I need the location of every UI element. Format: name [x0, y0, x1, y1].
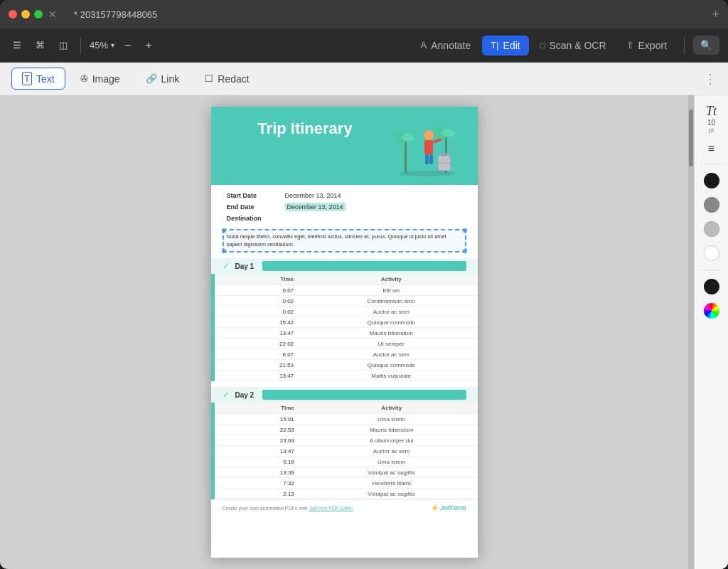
- edit-button[interactable]: T| Edit: [482, 36, 528, 55]
- resize-handle-tr[interactable]: [463, 228, 467, 233]
- link-tool-icon: 🔗: [146, 73, 157, 84]
- color-swatch-black-2[interactable]: [704, 279, 719, 294]
- minimize-button[interactable]: [21, 10, 30, 18]
- redact-tool-icon: ☐: [205, 73, 213, 84]
- activity-cell: A ullamcorper dui: [306, 435, 478, 446]
- resize-handle-br[interactable]: [463, 249, 467, 253]
- redact-tool-label: Redact: [218, 73, 249, 85]
- chevron-down-icon: ▾: [111, 41, 114, 49]
- resize-handle-bl[interactable]: [222, 249, 226, 253]
- scan-icon: □: [540, 41, 545, 50]
- color-swatch-black[interactable]: [704, 173, 719, 188]
- table-row: 15:42Quisque commodo: [215, 317, 477, 328]
- time-cell: 0:16: [215, 457, 305, 467]
- text-align-button[interactable]: ≡: [708, 142, 714, 155]
- panel-separator-2: [700, 270, 723, 270]
- activity-cell: Mauris bibendum: [306, 425, 478, 435]
- separator-1: [80, 37, 81, 54]
- text-tool-label: Text: [36, 73, 55, 85]
- scrollbar-track[interactable]: [688, 95, 694, 569]
- main-toolbar: ☰ ⌘ ◫ 45% ▾ − + A Annotate T| Edit □: [0, 28, 728, 63]
- image-tool-label: Image: [92, 73, 120, 85]
- text-edit-content: Nulla neque libero, convallis eget, elei…: [227, 233, 446, 248]
- activity-cell: Uma lorem: [306, 414, 478, 425]
- sidebar-toggle-button[interactable]: ☰: [9, 37, 26, 53]
- font-size-unit: pt: [709, 127, 714, 134]
- font-size-control: Tt 10 pt: [706, 104, 717, 134]
- table-row: 23:04A ullamcorper dui: [215, 435, 477, 446]
- time-cell: 15:01: [215, 414, 305, 425]
- end-date-label: End Date: [224, 202, 281, 212]
- annotate-button[interactable]: A Annotate: [412, 36, 480, 55]
- zoom-in-button[interactable]: +: [141, 38, 156, 53]
- export-label: Export: [638, 40, 667, 51]
- day2-activity-col: Activity: [306, 403, 478, 414]
- text-tool-button[interactable]: T Text: [11, 68, 65, 90]
- activity-cell: Volutpat ac sagittis: [306, 467, 478, 478]
- scrollbar-thumb[interactable]: [689, 110, 693, 166]
- time-cell: 15:42: [215, 317, 305, 328]
- table-row: 0:02Condimentum arcu: [215, 296, 477, 307]
- time-cell: 13:47: [215, 371, 305, 381]
- activity-cell: Uma lorem: [306, 457, 478, 467]
- day1-content: Time Activity 6:07Elit vel0:02Condimentu…: [211, 274, 478, 381]
- text-edit-box[interactable]: Nulla neque libero, convallis eget, elei…: [223, 229, 466, 252]
- start-date-label: Start Date: [224, 191, 281, 201]
- scan-ocr-button[interactable]: □ Scan & OCR: [532, 36, 615, 55]
- svg-rect-9: [424, 140, 433, 154]
- svg-rect-10: [425, 154, 429, 164]
- time-cell: 7:32: [215, 478, 305, 489]
- pdf-title: Trip Itinerary: [223, 119, 388, 138]
- day1-activity-col: Activity: [305, 274, 477, 285]
- day1-table-body: 6:07Elit vel0:02Condimentum arcu0:02Auct…: [215, 285, 477, 381]
- zoom-out-button[interactable]: −: [120, 38, 135, 53]
- time-cell: 2:13: [215, 489, 305, 499]
- link-tool-label: Link: [161, 73, 180, 85]
- link-tool-button[interactable]: 🔗 Link: [135, 69, 191, 89]
- search-button[interactable]: 🔍: [693, 36, 719, 55]
- time-cell: 0:02: [215, 296, 305, 307]
- activity-cell: Hendrerit libero: [306, 478, 478, 489]
- end-date-row: End Date December 13, 2014: [224, 202, 465, 212]
- activity-cell: Ut semper: [305, 339, 477, 349]
- color-swatch-light-gray[interactable]: [704, 221, 719, 237]
- color-picker-button[interactable]: [704, 303, 719, 319]
- end-date-highlight: December 13, 2014: [285, 203, 346, 211]
- table-row: 15:01Uma lorem: [215, 414, 477, 425]
- grid-view-button[interactable]: ⌘: [31, 37, 49, 53]
- color-swatch-gray[interactable]: [704, 197, 719, 213]
- pdf-viewer[interactable]: Trip Itinerary: [0, 95, 688, 569]
- activity-cell: Quisque commodo: [305, 317, 477, 328]
- day2-header: ✓ Day 2: [211, 387, 478, 403]
- zoom-control: 45% ▾: [90, 40, 114, 50]
- jotform-link[interactable]: JotForm PDF Editor: [309, 506, 353, 511]
- table-row: 13:47Mauris bibendum: [215, 328, 477, 339]
- tab-title: * 203157798448065: [74, 9, 703, 20]
- new-tab-button[interactable]: +: [712, 7, 719, 22]
- day2-header-row: Time Activity: [215, 403, 477, 414]
- start-date-value: December 13, 2014: [282, 191, 465, 201]
- export-button[interactable]: ⇧ Export: [618, 36, 675, 55]
- redact-tool-button[interactable]: ☐ Redact: [194, 69, 259, 89]
- color-swatch-white[interactable]: [704, 245, 719, 261]
- info-table: Start Date December 13, 2014 End Date De…: [223, 189, 466, 225]
- image-tool-button[interactable]: ✇ Image: [70, 69, 131, 89]
- day1-section: ✓ Day 1 Time Activity: [211, 258, 478, 381]
- resize-handle-tl[interactable]: [222, 228, 226, 233]
- tab-close-icon[interactable]: ✕: [48, 9, 57, 20]
- trip-illustration: [388, 119, 466, 176]
- page-view-button[interactable]: ◫: [55, 37, 72, 53]
- table-row: 6:07Elit vel: [215, 285, 477, 296]
- close-button[interactable]: [9, 10, 17, 18]
- activity-cell: Auctor ac sem: [305, 307, 477, 317]
- svg-point-16: [399, 171, 456, 176]
- page-icon: ◫: [59, 40, 68, 50]
- maximize-button[interactable]: [34, 10, 43, 18]
- time-cell: 13:39: [215, 467, 305, 478]
- collapse-icon: ⋮: [704, 72, 717, 86]
- time-cell: 6:07: [215, 349, 305, 360]
- activity-cell: Volutpat ac sagittis: [306, 489, 478, 499]
- annotate-label: Annotate: [431, 40, 471, 51]
- destination-label: Destination: [224, 213, 281, 223]
- panel-collapse-button[interactable]: ⋮: [704, 71, 717, 87]
